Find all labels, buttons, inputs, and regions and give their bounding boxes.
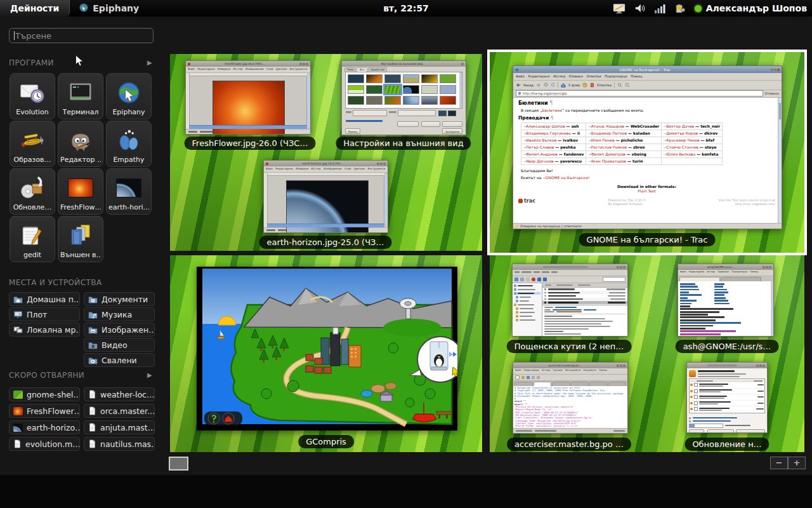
gedit-statusbar [513,428,627,433]
app-tile-image-editor[interactable]: Редактор … [58,121,103,167]
window-buttons [299,63,308,65]
app-menu[interactable]: Epiphany [79,3,139,15]
app-label: earth-hori… [108,203,149,211]
recent-weather-loc[interactable]: weather-loc… [84,387,155,401]
page-heading-2: Преводачи ¶ [518,115,775,121]
place-downloads[interactable]: Свалени [84,353,155,367]
app-label: Редактор … [60,156,101,164]
window-gimp-freshflower[interactable]: FreshFlower.jpg-26.0 (ЧЗС… Файл Редактир… [185,60,311,135]
place-label: Видео [102,340,128,350]
browser-statusbar: Отваряне на прозореца с отметките [513,223,782,229]
window-label: Пощенска кутия (2 неп… [507,340,632,353]
scrollbar [459,72,462,108]
remove-workspace-button[interactable]: − [770,457,788,469]
app-tile-terminal[interactable]: Терминал [58,73,103,119]
workspace-2-active[interactable]: GNOME на български! - Trac Файл Редактир… [487,50,807,255]
window-gedit-po[interactable]: accerciser.master.bg.po … Файл Редактира… [513,362,628,434]
wallpaper-thumb [403,96,419,105]
place-label: Изображен… [102,325,155,335]
app-label: Обновле… [13,203,52,211]
videos-folder-icon [88,341,98,349]
recent-expand-arrow[interactable]: ▶ [147,371,152,378]
bookmarks-icon [590,83,594,88]
window-label: GCompris [298,435,354,448]
window-appearance-settings[interactable]: Настройки на външния вид Тема Фон Шрифто… [341,60,466,135]
biplane-icon [19,127,46,154]
back-icon [516,83,521,88]
add-workspace-button[interactable]: + [788,457,806,469]
window-gimp-earth[interactable]: earth-horizon.jpg-25.0 (ЧЗ… Файл Редакти… [263,160,388,233]
app-tile-evolution[interactable]: Evolution [10,73,55,119]
scrollbar-right [384,175,388,224]
window-gcompris[interactable] [197,267,457,431]
window-title: ash@GNOME:/usr/s… [680,265,761,269]
app-tile-appearance[interactable]: Външен в… [58,216,103,262]
window-label: earth-horizon.jpg-25.0 (ЧЗ… [259,236,392,249]
terminal-tabs [678,276,773,281]
workspace-1[interactable]: FreshFlower.jpg-26.0 (ЧЗС… Файл Редактир… [170,54,482,251]
gedit-icon [19,222,46,249]
app-tile-empathy[interactable]: Empathy [106,121,152,167]
app-tile-updates[interactable]: Обновле… [10,168,55,215]
browser-menubar: Файл Редактиране Изглед Отиване Отметки … [513,73,782,81]
thanks-text: Благодарим Ви! [521,168,775,173]
recent-nautilus-master[interactable]: nautilus.mas… [84,437,155,451]
wallpaper-thumb [421,85,438,94]
battery-icon[interactable] [674,3,686,14]
workspace-3[interactable]: GCompris [170,255,482,452]
activities-button[interactable]: Дейности [0,0,70,17]
wallpaper-thumb [403,85,419,94]
window-buttons [771,69,780,71]
network-signal-icon[interactable] [655,4,665,13]
status-tray: Александър Шопов [613,0,807,17]
app-tile-freshflower[interactable]: FreshFlow… [58,168,103,215]
window-terminal[interactable]: ash@GNOME:/usr/s… Файл Редактиране Изгле… [678,264,774,337]
zoom-out-icon [625,83,630,88]
window-evolution-mail[interactable] [512,264,628,337]
search-input[interactable] [9,28,154,43]
app-label: Образов… [13,156,51,164]
volume-icon[interactable] [634,3,646,13]
ruler-vertical [186,73,190,129]
app-tile-earth-horizon[interactable]: earth-hori… [106,168,152,215]
recent-anjuta-master[interactable]: anjuta.mast… [84,420,155,434]
recent-orca-master[interactable]: orca.master.… [84,404,155,418]
empathy-icon [115,127,142,154]
place-label: Музика [102,310,132,319]
updates-list [689,378,765,413]
place-desktop[interactable]: Плот [9,307,80,321]
page-paragraph: В секция „Бюлетини“ са периодичните съоб… [521,108,775,112]
tab-theme: Тема [344,67,356,72]
window-update-manager[interactable] [686,362,768,433]
recent-freshflower[interactable]: FreshFlower… [9,404,80,418]
terminal-menubar: Файл Редактиране Изглед Терминал Подпроз… [678,270,773,276]
app-tile-epiphany[interactable]: Epiphany [106,73,152,119]
place-local-network[interactable]: Локална мр… [9,323,80,337]
place-documents[interactable]: Документи [84,292,155,306]
window-trac-browser[interactable]: GNOME на български! - Trac Файл Редактир… [513,65,782,229]
trac-footer: trac Powered by Trac 0.10.3By Edgewall S… [518,198,775,206]
app-tile-gedit[interactable]: gedit [10,216,55,262]
app-tile-education[interactable]: Образов… [10,121,55,167]
app-grid: Evolution Терминал Epiphany Образов… [10,73,152,262]
recent-evolution-po[interactable]: evolution.m… [9,437,80,451]
place-home[interactable]: Домашна п… [9,292,80,306]
add-button [442,121,462,127]
history-icon [582,83,587,88]
recent-earth-horizon[interactable]: earth-horizo… [9,420,80,434]
workspace-indicator[interactable] [169,457,188,471]
user-menu[interactable]: Александър Шопов [695,3,807,13]
place-pictures[interactable]: Изображен… [84,323,155,337]
place-music[interactable]: Музика [84,307,155,321]
clock[interactable]: вт, 22:57 [383,3,429,13]
recent-gnome-shell[interactable]: gnome-shel… [9,387,80,401]
programs-expand-arrow[interactable]: ▶ [147,59,152,66]
wallpaper-thumb [348,74,364,83]
web-browser-icon [115,79,142,106]
gedit-menubar: Файл Редактиране Изглед Търсене Инструме… [513,368,627,375]
place-videos[interactable]: Видео [84,338,155,352]
app-label: Външен в… [60,251,101,259]
page-heading-1: Бюлетини ¶ [518,100,775,106]
workspace-4[interactable]: Пощенска кутия (2 неп… ash@GNOME:/usr/s…… [490,255,804,452]
display-icon[interactable] [613,3,625,14]
